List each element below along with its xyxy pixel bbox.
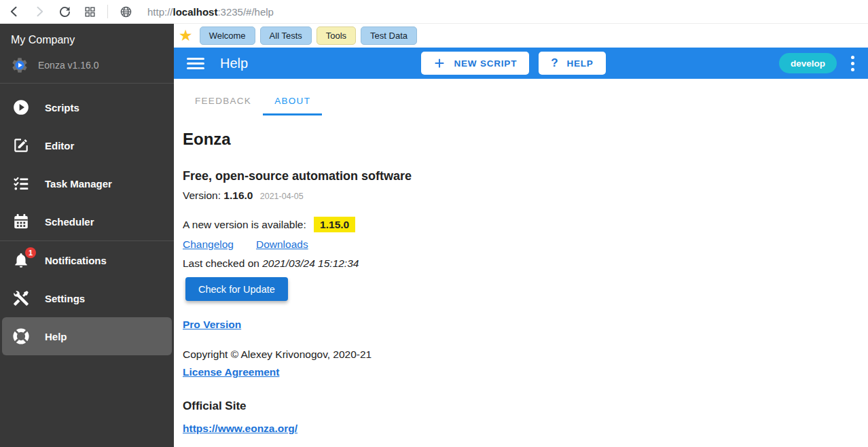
url-path: :3235/#/help [217, 6, 274, 18]
app-brand: Eonza v1.16.0 [0, 52, 174, 83]
sidebar-item-scheduler[interactable]: Scheduler [0, 202, 174, 240]
version-number: 1.16.0 [223, 190, 253, 201]
new-version-text: A new version is available: [183, 219, 306, 230]
sidebar-item-label: Settings [45, 293, 85, 304]
sidebar-item-task-manager[interactable]: Task Manager [0, 164, 174, 202]
sidebar-item-notifications[interactable]: 1 Notifications [0, 241, 174, 279]
sidebar-item-help[interactable]: Help [2, 317, 172, 355]
official-site-link[interactable]: https://www.eonza.org/ [183, 423, 297, 435]
doc-tab-test-data[interactable]: Test Data [361, 26, 417, 45]
forward-icon[interactable] [32, 4, 47, 19]
menu-icon[interactable] [187, 58, 204, 69]
version-label: Version: [183, 190, 221, 201]
help-view-tabs: FEEDBACK ABOUT [183, 88, 868, 115]
eonza-logo-icon [11, 56, 29, 74]
version-date: 2021-04-05 [260, 192, 304, 201]
check-for-update-button[interactable]: Check for Update [185, 277, 288, 301]
url-scheme: http:// [147, 6, 173, 18]
address-bar[interactable]: http://localhost:3235/#/help [147, 6, 274, 18]
doc-tab-tools[interactable]: Tools [317, 26, 356, 45]
doc-tab-welcome[interactable]: Welcome [200, 26, 255, 45]
calendar-icon [12, 213, 30, 230]
page-title: Help [220, 56, 248, 71]
question-icon: ? [551, 56, 558, 70]
new-version-line: A new version is available: 1.15.0 [183, 219, 868, 231]
play-circle-icon [12, 99, 30, 116]
back-icon[interactable] [7, 4, 22, 19]
edit-icon [12, 137, 30, 154]
kebab-menu-icon[interactable] [847, 52, 858, 75]
new-script-button[interactable]: NEW SCRIPT [421, 52, 529, 75]
changelog-link[interactable]: Changelog [183, 238, 234, 251]
last-checked-line: Last checked on 2021/03/24 15:12:34 [183, 257, 868, 270]
about-heading: Eonza [183, 130, 868, 149]
update-links-row: Changelog Downloads [183, 238, 868, 251]
apps-grid-icon[interactable] [82, 4, 97, 19]
notification-count-badge: 1 [25, 247, 36, 258]
document-tabstrip: ★ Welcome All Tests Tools Test Data [174, 24, 868, 48]
app-header: Help NEW SCRIPT ? HELP develop [174, 48, 868, 79]
sidebar-item-label: Scripts [45, 102, 79, 113]
sidebar: My Company Eonza v1.16.0 Scripts [0, 24, 174, 447]
site-globe-icon [118, 4, 133, 19]
environment-badge: develop [779, 53, 837, 73]
sidebar-item-label: Scheduler [45, 216, 94, 228]
company-name: My Company [0, 24, 174, 52]
last-checked-datetime: 2021/03/24 15:12:34 [262, 257, 359, 269]
pro-version-link[interactable]: Pro Version [183, 319, 241, 331]
sidebar-item-scripts[interactable]: Scripts [0, 88, 174, 126]
doc-tab-all-tests[interactable]: All Tests [260, 26, 312, 45]
checklist-icon [12, 175, 30, 192]
sidebar-item-label: Task Manager [45, 178, 112, 190]
sidebar-item-label: Notifications [45, 255, 107, 266]
help-content: FEEDBACK ABOUT Eonza Free, open-source a… [174, 79, 868, 447]
sidebar-item-label: Editor [45, 140, 74, 151]
tab-feedback[interactable]: FEEDBACK [183, 88, 263, 115]
sidebar-item-label: Help [45, 331, 67, 342]
bell-icon: 1 [12, 251, 30, 269]
help-button[interactable]: ? HELP [539, 52, 605, 75]
url-host: localhost [173, 6, 218, 18]
reload-icon[interactable] [57, 4, 72, 19]
about-panel: Eonza Free, open-source automation softw… [174, 130, 868, 435]
downloads-link[interactable]: Downloads [256, 238, 308, 251]
new-script-label: NEW SCRIPT [454, 58, 517, 69]
sidebar-item-editor[interactable]: Editor [0, 126, 174, 164]
tools-icon [12, 289, 30, 307]
toolbar-divider [107, 5, 108, 18]
version-line: Version: 1.16.0 2021-04-05 [183, 190, 868, 202]
app-version-label: Eonza v1.16.0 [38, 60, 99, 71]
about-subtitle: Free, open-source automation software [183, 169, 868, 183]
browser-toolbar: http://localhost:3235/#/help [0, 0, 868, 24]
favorites-star-icon[interactable]: ★ [179, 28, 193, 43]
sidebar-nav: Scripts Editor [0, 84, 174, 360]
last-checked-label: Last checked on [183, 257, 259, 269]
copyright-text: Copyright © Alexey Krivonogov, 2020-21 [183, 348, 868, 361]
lifebuoy-icon [12, 327, 30, 345]
plus-icon [433, 57, 446, 69]
official-site-heading: Official Site [183, 399, 868, 413]
help-button-label: HELP [566, 58, 593, 69]
new-version-badge: 1.15.0 [314, 217, 355, 232]
tab-about[interactable]: ABOUT [263, 88, 322, 115]
license-agreement-link[interactable]: License Agreement [183, 366, 279, 378]
sidebar-item-settings[interactable]: Settings [0, 279, 174, 317]
